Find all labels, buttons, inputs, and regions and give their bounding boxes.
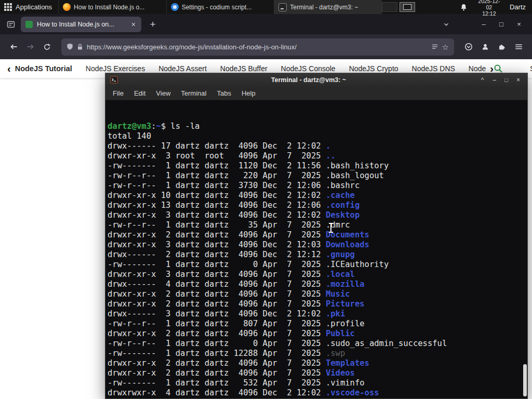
bookmark-star-icon[interactable]: ☆ xyxy=(442,43,449,51)
menu-terminal[interactable]: Terminal xyxy=(176,89,211,97)
menu-file[interactable]: File xyxy=(108,89,129,97)
tracking-shield-icon[interactable] xyxy=(66,43,73,50)
taskbar-button-settings[interactable]: Settings - codium script... xyxy=(166,0,274,14)
terminal-text-segment: .swp xyxy=(326,349,345,358)
forward-button[interactable] xyxy=(22,38,38,55)
terminal-shade-button[interactable]: ^ xyxy=(476,75,488,85)
terminal-titlebar[interactable]: Terminal - dartz@vm3: ~ ^ – □ × xyxy=(105,73,527,87)
sign-in-button[interactable]: Sign In xyxy=(530,64,532,73)
terminal-minimize-button[interactable]: – xyxy=(488,75,500,85)
clock[interactable]: 2025-12-02 12:12 xyxy=(476,0,502,14)
reader-view-icon[interactable] xyxy=(431,43,438,50)
pocket-icon[interactable] xyxy=(460,38,477,55)
terminal-line: drwxr-xr-x 10 dartz dartz 4096 Dec 2 12:… xyxy=(108,191,527,201)
taskbar-button-firefox[interactable]: How to Install Node.js o... xyxy=(58,0,166,14)
terminal-line: drwxr-xr-x 2 dartz dartz 4096 Apr 7 2025… xyxy=(108,289,527,299)
terminal-line: drwxr-xr-x 2 dartz dartz 4096 Apr 7 2025… xyxy=(108,230,527,240)
terminal-text-segment: Music xyxy=(326,289,350,299)
nav-scroll-right-icon[interactable]: › xyxy=(490,63,494,74)
nav-item-nodejs-dns[interactable]: NodeJS DNS xyxy=(412,64,455,73)
taskbar-label: Settings - codium script... xyxy=(182,4,252,11)
lock-icon[interactable] xyxy=(77,44,83,50)
extensions-icon[interactable] xyxy=(494,38,510,55)
terminal-text-segment: drwxr-xr-x 2 dartz dartz 4096 Apr 7 2025 xyxy=(108,358,326,368)
new-tab-button[interactable]: + xyxy=(145,17,160,32)
terminal-line: drwx------ 3 dartz dartz 4096 Dec 2 12:0… xyxy=(108,309,527,319)
terminal-scrollbar[interactable] xyxy=(522,100,527,398)
terminal-title: Terminal - dartz@vm3: ~ xyxy=(152,76,465,84)
firefox-icon xyxy=(63,3,71,11)
browser-maximize-button[interactable]: □ xyxy=(493,17,510,32)
terminal-text-segment: .vscode-oss xyxy=(326,388,379,397)
menu-edit[interactable]: Edit xyxy=(129,89,151,97)
terminal-line: total 140 xyxy=(108,131,527,141)
terminal-line: drwxr-xr-x 13 dartz dartz 4096 Dec 2 12:… xyxy=(108,201,527,210)
url-bar[interactable]: https://www.geeksforgeeks.org/node-js/in… xyxy=(61,38,454,56)
terminal-scrollbar-thumb[interactable] xyxy=(523,364,527,396)
list-all-tabs-chevron-icon[interactable] xyxy=(438,17,454,32)
terminal-text-segment: drwx------ 17 dartz dartz 4096 Dec 2 12:… xyxy=(108,141,326,151)
terminal-text-segment: -rw------- 1 dartz dartz 532 Apr 7 2025 … xyxy=(108,378,365,388)
tab-bar-controls: – □ × xyxy=(438,17,528,32)
terminal-text-segment: Downloads xyxy=(326,240,369,249)
nav-item-nodejs-exercises[interactable]: NodeJS Exercises xyxy=(86,64,145,73)
panel-user-label: Dartz xyxy=(510,0,526,14)
terminal-maximize-button[interactable]: □ xyxy=(500,75,512,85)
nav-item-node-truncated[interactable]: Node xyxy=(469,64,486,73)
nav-item-nodejs-assert[interactable]: NodeJS Assert xyxy=(158,64,207,73)
workspace-1[interactable] xyxy=(382,2,397,12)
browser-minimize-button[interactable]: – xyxy=(475,17,493,32)
nav-item-nodejs-console[interactable]: NodeJS Console xyxy=(281,64,336,73)
nav-item-nodejs-crypto[interactable]: NodeJS Crypto xyxy=(349,64,398,73)
workspace-switcher[interactable] xyxy=(382,0,415,14)
account-icon[interactable] xyxy=(477,38,494,55)
terminal-window: Terminal - dartz@vm3: ~ ^ – □ × File Edi… xyxy=(105,73,528,399)
terminal-text-segment: drwxr-xr-x 2 dartz dartz 4096 Apr 7 2025 xyxy=(108,230,326,240)
terminal-text-segment: . xyxy=(326,141,330,151)
terminal-text-segment: -rw-r--r-- 1 dartz dartz 807 Apr 7 2025 … xyxy=(108,319,365,328)
terminal-line: drwx------ 17 dartz dartz 4096 Dec 2 12:… xyxy=(108,141,527,151)
terminal-text-segment: -rw-r--r-- 1 dartz dartz 35 Apr 7 2025 .… xyxy=(108,220,350,230)
top-panel: Applications How to Install Node.js o...… xyxy=(0,0,532,14)
terminal-line: -rw------- 1 dartz dartz 48 Dec 2 10:39 … xyxy=(108,398,527,398)
terminal-output[interactable]: dartz@vm3:~$ ls -latotal 140drwx------ 1… xyxy=(105,100,527,398)
firefox-view-icon[interactable] xyxy=(4,18,18,31)
menu-help[interactable]: Help xyxy=(236,89,261,97)
terminal-text-segment: .. xyxy=(326,151,336,161)
back-button[interactable] xyxy=(5,38,22,55)
terminal-text-segment: dartz@vm3 xyxy=(108,122,151,131)
workspace-2[interactable] xyxy=(400,2,415,12)
terminal-line: -rw-r--r-- 1 dartz dartz 3730 Dec 2 12:0… xyxy=(108,181,527,191)
terminal-line: -rw-r--r-- 1 dartz dartz 220 Apr 7 2025 … xyxy=(108,171,527,181)
notification-bell-icon[interactable] xyxy=(460,0,468,14)
tab-close-icon[interactable]: × xyxy=(130,20,137,29)
terminal-text-segment: : xyxy=(151,122,156,131)
terminal-text-segment: drwxr-xr-x 3 root root 4096 Apr 7 2025 xyxy=(108,151,326,161)
browser-close-button[interactable]: × xyxy=(510,17,528,32)
terminal-line: -rw------- 1 dartz dartz 0 Apr 7 2025 .I… xyxy=(108,260,527,270)
terminal-text-segment: .mozilla xyxy=(326,280,365,289)
menu-hamburger-icon[interactable] xyxy=(510,38,527,55)
taskbar-button-terminal[interactable]: Terminal - dartz@vm3: ~ xyxy=(274,0,382,14)
terminal-text-segment: .pki xyxy=(326,309,345,318)
nav-brand-nodejs-tutorial[interactable]: NodeJS Tutorial xyxy=(15,64,72,73)
terminal-line: drwxr-xr-x 3 dartz dartz 4096 Dec 2 12:0… xyxy=(108,210,527,220)
settings-icon xyxy=(171,3,179,11)
terminal-text-segment: Desktop xyxy=(326,210,360,220)
applications-label: Applications xyxy=(16,3,52,11)
terminal-line: drwxr-xr-x 2 dartz dartz 4096 Apr 7 2025… xyxy=(108,368,527,378)
terminal-text-segment: Videos xyxy=(326,368,355,378)
applications-menu[interactable]: Applications xyxy=(0,0,58,14)
terminal-text-segment: -rw------- 1 dartz dartz 0 Apr 7 2025 .I… xyxy=(108,260,389,269)
terminal-close-button[interactable]: × xyxy=(512,75,524,85)
nav-scroll-left-icon[interactable]: ‹ xyxy=(7,63,11,74)
search-icon[interactable] xyxy=(494,64,503,73)
menu-view[interactable]: View xyxy=(151,89,176,97)
reload-button[interactable] xyxy=(38,38,55,55)
browser-tab[interactable]: How to Install Node.js on... × xyxy=(21,17,141,32)
terminal-line: drwxr-xr-x 2 dartz dartz 4096 Apr 7 2025… xyxy=(108,329,527,339)
menu-tabs[interactable]: Tabs xyxy=(211,89,236,97)
terminal-text-segment: -rw-r--r-- 1 dartz dartz 3730 Dec 2 12:0… xyxy=(108,181,360,190)
nav-item-nodejs-buffer[interactable]: NodeJS Buffer xyxy=(220,64,268,73)
terminal-line: -rw-r--r-- 1 dartz dartz 35 Apr 7 2025 .… xyxy=(108,220,527,230)
